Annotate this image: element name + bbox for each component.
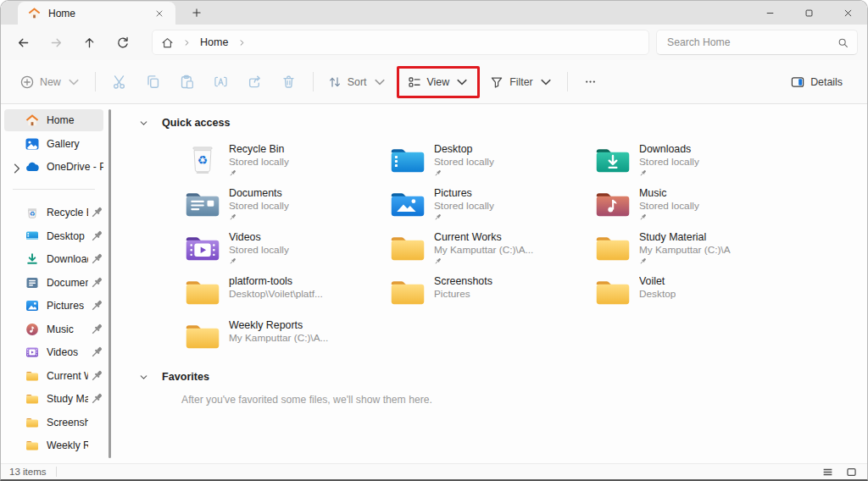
music-folder-icon [593, 185, 632, 221]
refresh-button[interactable] [108, 29, 136, 56]
view-button[interactable]: View [400, 69, 477, 95]
sidebar-item-music[interactable]: Music [4, 318, 103, 340]
folder-icon [25, 439, 39, 452]
sidebar-item-pictures[interactable]: Pictures [4, 295, 103, 317]
filter-button[interactable]: Filter [482, 69, 560, 95]
sidebar-item-gallery[interactable]: Gallery [4, 133, 103, 155]
chevron-down-icon[interactable] [139, 119, 148, 128]
sidebar-scrollbar[interactable] [108, 109, 111, 458]
address-bar[interactable]: Home [152, 30, 649, 55]
sidebar-item-documents[interactable]: Documents [4, 272, 103, 294]
copy-button[interactable] [136, 67, 170, 97]
pin-icon [90, 299, 103, 312]
sidebar-item-downloads[interactable]: Downloads [4, 248, 103, 270]
home-breadcrumb-icon[interactable] [161, 36, 174, 49]
sidebar-item-current-works[interactable]: Current Worl [4, 365, 103, 387]
tile-recycle-bin[interactable]: Recycle Bin Stored locally [181, 141, 381, 180]
tile-desktop[interactable]: Desktop Stored locally [387, 141, 587, 180]
pin-icon [90, 346, 103, 359]
minimize-button[interactable] [750, 1, 789, 25]
up-arrow-icon [83, 36, 96, 49]
toolbar-divider [95, 72, 96, 91]
sidebar-item-weekly-reports[interactable]: Weekly Reports [4, 434, 103, 456]
gallery-icon [25, 137, 39, 151]
plus-circle-icon [20, 75, 34, 89]
close-button[interactable] [828, 1, 867, 25]
sidebar-item-videos[interactable]: Videos [4, 341, 103, 363]
pin-icon [639, 213, 647, 221]
back-button[interactable] [9, 29, 37, 56]
tile-voilet[interactable]: Voilet Desktop [592, 273, 792, 312]
chevron-down-icon[interactable] [139, 373, 148, 382]
tab-home[interactable]: Home [18, 2, 175, 25]
list-view-toggle[interactable] [818, 465, 837, 479]
see-more-button[interactable] [575, 69, 606, 94]
tile-downloads[interactable]: Downloads Stored locally [592, 141, 792, 180]
desktop-icon [25, 229, 39, 243]
pin-icon [639, 257, 647, 265]
favorites-header[interactable]: Favorites [139, 369, 867, 384]
forward-button[interactable] [42, 29, 70, 56]
sort-button[interactable]: Sort [320, 69, 394, 95]
refresh-icon [116, 36, 129, 49]
large-icons-view-toggle[interactable] [842, 465, 860, 479]
sort-label: Sort [348, 76, 367, 88]
expander-chevron-icon[interactable] [10, 162, 24, 175]
pin-icon [434, 257, 442, 265]
tile-screenshots[interactable]: Screenshots Pictures [387, 273, 587, 312]
tab-strip: Home [1, 1, 867, 25]
sidebar-item-study-material[interactable]: Study Materi [4, 388, 103, 410]
up-button[interactable] [75, 29, 103, 56]
cut-button[interactable] [103, 67, 136, 97]
paste-icon [180, 75, 194, 89]
tile-documents[interactable]: Documents Stored locally [181, 185, 381, 224]
pin-icon [434, 213, 442, 221]
sidebar-item-onedrive[interactable]: OneDrive - Pers [4, 156, 103, 178]
rename-button[interactable] [204, 67, 238, 97]
chevron-down-icon [539, 75, 553, 89]
folder-icon [183, 318, 221, 353]
recycle-bin-icon [183, 141, 221, 177]
pin-icon [229, 257, 236, 265]
pin-icon [90, 392, 103, 406]
sidebar-item-screenshots[interactable]: Screenshots [4, 412, 103, 434]
maximize-button[interactable] [789, 1, 828, 25]
share-button[interactable] [238, 67, 272, 97]
downloads-folder-icon [593, 141, 632, 177]
delete-button[interactable] [272, 67, 306, 97]
sidebar-item-home[interactable]: Home [4, 109, 103, 131]
tile-study-material[interactable]: Study Material My Kamputtar (C:)\A [592, 229, 792, 268]
favorites-empty-text: After you've favorited some files, we'll… [181, 394, 867, 406]
tab-close-button[interactable] [150, 4, 169, 23]
folder-icon [593, 274, 632, 309]
favorites-title: Favorites [162, 371, 209, 383]
paste-button[interactable] [170, 67, 204, 97]
tile-current-works[interactable]: Current Works My Kamputtar (C:)\A... [387, 229, 587, 268]
new-tab-button[interactable] [186, 2, 208, 24]
tile-pictures[interactable]: Pictures Stored locally [387, 185, 587, 224]
new-button[interactable]: New [13, 69, 88, 95]
tile-videos[interactable]: Videos Stored locally [181, 229, 381, 268]
pin-icon [90, 252, 103, 266]
tile-music[interactable]: Music Stored locally [592, 185, 792, 224]
pin-icon [90, 229, 103, 243]
share-icon [248, 75, 262, 89]
quick-access-grid: Recycle Bin Stored locally Desktop Store… [181, 141, 867, 356]
videos-folder-icon [183, 229, 221, 265]
breadcrumb-home[interactable]: Home [200, 36, 228, 48]
tile-weekly-reports[interactable]: Weekly Reports My Kamputtar (C:)\A... [181, 317, 381, 356]
ellipsis-icon [584, 75, 597, 88]
filter-label: Filter [509, 76, 533, 88]
search-input[interactable] [667, 36, 837, 48]
sidebar-item-desktop[interactable]: Desktop [4, 225, 103, 247]
details-button[interactable]: Details [783, 69, 850, 95]
close-icon [843, 8, 853, 18]
trash-icon [281, 75, 296, 89]
pictures-folder-icon [388, 185, 426, 221]
tile-platform-tools[interactable]: platform-tools Desktop\Voilet\platf... [181, 273, 381, 312]
chevron-right-icon[interactable] [238, 39, 246, 47]
quick-access-header[interactable]: Quick access [139, 115, 867, 130]
sidebar-item-recycle-bin[interactable]: Recycle Bin [4, 202, 103, 224]
chevron-down-icon [455, 75, 469, 89]
folder-icon [388, 274, 426, 309]
